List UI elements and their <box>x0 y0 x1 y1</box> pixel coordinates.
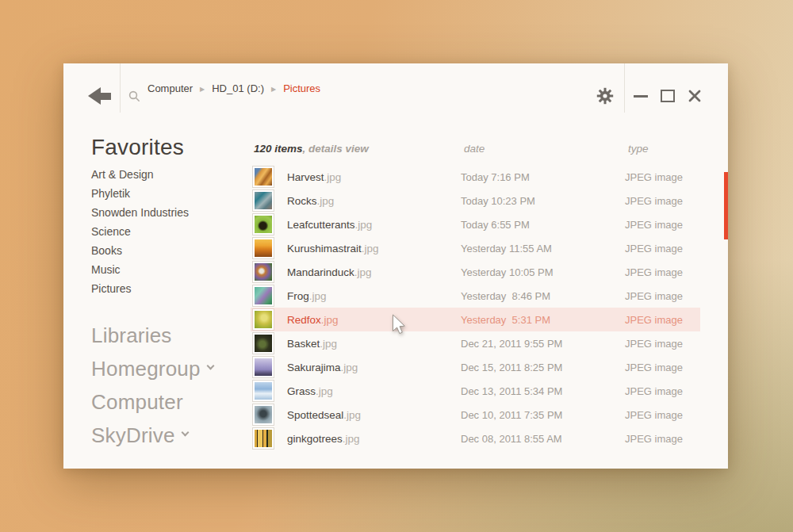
gear-icon[interactable] <box>596 87 614 105</box>
sidebar-nav-libraries[interactable]: Libraries <box>91 319 252 352</box>
thumbnail-image <box>255 192 272 209</box>
search-icon[interactable] <box>128 90 140 102</box>
file-type: JPEG image <box>625 314 683 326</box>
thumbnail-image <box>255 239 272 257</box>
file-date: Dec 10, 2011 7:35 PM <box>461 409 625 421</box>
file-extension: .jpg <box>316 385 333 397</box>
breadcrumb-item-computer[interactable]: Computer <box>147 82 193 94</box>
table-row[interactable]: ginkgotrees.jpgDec 08, 2011 8:55 AMJPEG … <box>251 427 700 450</box>
file-basename: Grass <box>287 385 316 397</box>
scrollbar-thumb[interactable] <box>724 172 728 239</box>
column-header-type[interactable]: type <box>628 143 649 155</box>
sidebar-item-pictures[interactable]: Pictures <box>91 279 252 298</box>
table-row[interactable]: Kurushimastrait.jpgYesterday 11:55 AMJPE… <box>251 236 700 260</box>
breadcrumb-item-current[interactable]: Pictures <box>283 82 320 94</box>
file-thumbnail <box>252 404 274 426</box>
file-basename: Basket <box>287 338 320 350</box>
sidebar-item-snowden-industries[interactable]: Snowden Industries <box>91 203 252 222</box>
sidebar-item-art-design[interactable]: Art & Design <box>91 165 252 184</box>
file-thumbnail <box>252 213 274 235</box>
breadcrumb-separator-icon: ▶ <box>271 86 276 93</box>
sidebar-item-phyletik[interactable]: Phyletik <box>91 184 252 203</box>
file-date: Today 6:55 PM <box>461 219 625 231</box>
favorites-list: Art & DesignPhyletikSnowden IndustriesSc… <box>91 165 252 298</box>
table-row[interactable]: Mandarinduck.jpgYesterday 10:05 PMJPEG i… <box>251 260 700 284</box>
sidebar-nav-label: Computer <box>91 390 183 414</box>
titlebar-divider <box>120 63 121 113</box>
file-date: Dec 21, 2011 9:55 PM <box>461 338 625 350</box>
breadcrumb: Computer ▶ HD_01 (D:) ▶ Pictures <box>147 63 320 113</box>
file-name: Kurushimastrait.jpg <box>287 243 461 255</box>
file-basename: Leafcutterants <box>287 219 355 231</box>
sidebar-nav-label: SkyDrive <box>91 423 175 447</box>
sidebar-favorites-title: Favorites <box>91 135 252 160</box>
minimize-button[interactable] <box>634 95 648 98</box>
file-basename: Frog <box>287 290 309 302</box>
table-row[interactable]: Frog.jpgYesterday 8:46 PMJPEG image <box>251 284 700 308</box>
file-date: Today 10:23 PM <box>461 195 625 207</box>
file-type: JPEG image <box>625 433 683 445</box>
back-button[interactable] <box>88 87 111 105</box>
table-row[interactable]: Basket.jpgDec 21, 2011 9:55 PMJPEG image <box>251 331 700 355</box>
close-button[interactable] <box>688 89 702 103</box>
file-extension: .jpg <box>354 266 372 278</box>
sidebar-nav-label: Libraries <box>91 323 172 347</box>
file-extension: .jpg <box>324 171 342 183</box>
table-row[interactable]: Spottedseal.jpgDec 10, 2011 7:35 PMJPEG … <box>251 403 700 427</box>
file-type: JPEG image <box>625 219 683 231</box>
file-date: Dec 08, 2011 8:55 AM <box>461 433 625 445</box>
breadcrumb-item-drive[interactable]: HD_01 (D:) <box>212 82 264 94</box>
maximize-button[interactable] <box>661 90 675 102</box>
file-date: Yesterday 5:31 PM <box>461 314 625 326</box>
thumbnail-image <box>255 263 272 281</box>
breadcrumb-separator-icon: ▶ <box>200 86 205 93</box>
thumbnail-image <box>255 430 272 447</box>
table-row[interactable]: Sakurajima.jpgDec 15, 2011 8:25 PMJPEG i… <box>251 355 700 379</box>
file-date: Yesterday 11:55 AM <box>461 243 625 255</box>
column-header-date[interactable]: date <box>464 143 485 155</box>
file-date: Yesterday 8:46 PM <box>461 290 625 302</box>
file-basename: Spottedseal <box>287 409 343 421</box>
file-extension: .jpg <box>317 195 335 207</box>
file-name: ginkgotrees.jpg <box>287 433 461 445</box>
sidebar-item-books[interactable]: Books <box>91 241 252 260</box>
chevron-down-icon <box>181 429 189 437</box>
file-thumbnail <box>252 237 274 259</box>
sidebar-nav-homegroup[interactable]: Homegroup <box>91 352 252 385</box>
table-row[interactable]: Rocks.jpgToday 10:23 PMJPEG image <box>251 189 700 212</box>
file-type: JPEG image <box>625 409 683 421</box>
file-basename: Harvest <box>287 171 324 183</box>
file-type: JPEG image <box>625 362 683 373</box>
file-name: Grass.jpg <box>287 385 461 397</box>
file-thumbnail <box>252 380 274 402</box>
table-row[interactable]: Redfox.jpgYesterday 5:31 PMJPEG image <box>251 308 700 331</box>
file-thumbnail <box>252 427 274 450</box>
file-date: Dec 15, 2011 8:25 PM <box>461 362 625 373</box>
file-name: Rocks.jpg <box>287 195 461 207</box>
file-thumbnail <box>252 308 274 331</box>
sidebar-item-music[interactable]: Music <box>91 260 252 279</box>
file-thumbnail <box>252 166 274 188</box>
file-extension: .jpg <box>355 219 373 231</box>
file-extension: .jpg <box>341 362 358 373</box>
thumbnail-image <box>255 216 272 233</box>
table-row[interactable]: Leafcutterants.jpgToday 6:55 PMJPEG imag… <box>251 212 700 236</box>
sidebar-nav-computer[interactable]: Computer <box>91 385 252 419</box>
file-type: JPEG image <box>625 243 683 255</box>
file-basename: Kurushimastrait <box>287 243 362 255</box>
file-name: Redfox.jpg <box>287 314 461 326</box>
sidebar-item-science[interactable]: Science <box>91 222 252 241</box>
file-explorer-window: Computer ▶ HD_01 (D:) ▶ Pictures <box>63 63 728 469</box>
file-thumbnail <box>252 261 274 283</box>
file-basename: Mandarinduck <box>287 266 354 278</box>
file-thumbnail <box>252 356 274 378</box>
list-header: 120 items, details view date type <box>252 143 728 159</box>
table-row[interactable]: Harvest.jpgToday 7:16 PMJPEG image <box>251 165 700 189</box>
thumbnail-image <box>255 358 272 376</box>
thumbnail-image <box>255 168 272 186</box>
sidebar-nav-skydrive[interactable]: SkyDrive <box>91 419 252 452</box>
back-arrow-icon <box>88 87 101 105</box>
file-basename: Rocks <box>287 195 317 207</box>
table-row[interactable]: Grass.jpgDec 13, 2011 5:34 PMJPEG image <box>251 379 700 403</box>
file-type: JPEG image <box>625 290 683 302</box>
